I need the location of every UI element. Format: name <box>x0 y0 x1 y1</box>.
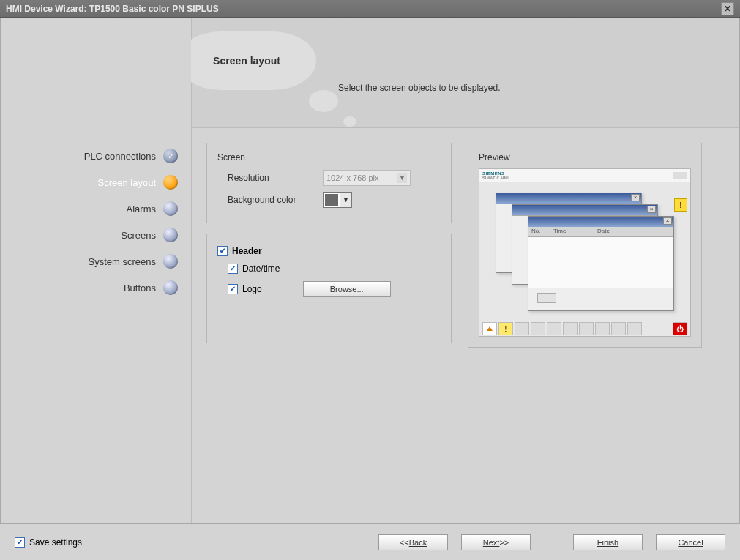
background-color-picker[interactable]: ▼ <box>323 192 352 208</box>
color-swatch <box>324 193 340 207</box>
step-screens[interactable]: Screens <box>1 222 191 248</box>
browse-label: Browse... <box>330 285 364 294</box>
footer-slot <box>515 322 529 335</box>
wizard-window: HMI Device Wizard: TP1500 Basic color PN… <box>0 0 740 560</box>
col-time: Time <box>550 227 594 236</box>
step-screen-layout[interactable]: Screen layout <box>1 169 191 195</box>
header-group-title: Header <box>232 246 262 256</box>
close-icon: × <box>631 194 640 201</box>
resolution-value: 1024 x 768 pix <box>326 173 379 182</box>
chevron-down-icon: ▼ <box>340 193 351 207</box>
dot-icon <box>163 254 178 269</box>
datetime-checkbox[interactable]: ✔ <box>228 264 238 274</box>
header-group: ✔ Header ✔ Date/time ✔ Logo <box>206 234 452 343</box>
preview-table-body <box>528 237 673 288</box>
screen-group: Screen Resolution 1024 x 768 pix ▼ Backg… <box>206 143 452 223</box>
finish-label: Finish <box>597 538 618 547</box>
cancel-button[interactable]: Cancel <box>656 534 725 550</box>
preview-header-slot <box>673 172 687 179</box>
subbrand-label: SIMATIC HMI <box>482 176 509 180</box>
header-checkbox-row: ✔ Header <box>217 246 441 256</box>
bubble-title: Screen layout <box>213 55 280 67</box>
col-no: No. <box>528 227 550 236</box>
preview-table-button <box>537 293 556 303</box>
preview-table-header: No. Time Date <box>528 227 673 237</box>
wizard-body: Screen layout Select the screen objects … <box>0 18 740 523</box>
step-label: Alarms <box>127 204 156 214</box>
preview-footer: ! ⏻ <box>479 321 690 336</box>
background-row: Background color ▼ <box>228 192 441 208</box>
logo-checkbox-row: ✔ Logo Browse... <box>228 281 441 297</box>
preview-window-3: × No. Time Date <box>528 216 674 311</box>
warning-icon: ! <box>498 322 513 335</box>
cancel-label: Cancel <box>678 538 703 547</box>
check-icon: ✓ <box>163 149 178 163</box>
warning-icon: ! <box>674 198 687 212</box>
dot-icon <box>163 175 178 190</box>
step-buttons[interactable]: Buttons <box>1 275 191 301</box>
step-label: System screens <box>89 256 156 267</box>
logo-label: Logo <box>242 284 262 294</box>
browse-button[interactable]: Browse... <box>303 281 391 297</box>
datetime-label: Date/time <box>242 264 280 274</box>
step-label: Screens <box>121 230 156 241</box>
wizard-header: Screen layout Select the screen objects … <box>191 18 739 128</box>
dot-icon <box>163 228 178 242</box>
step-label: PLC connections <box>84 151 156 162</box>
dot-icon <box>163 280 178 295</box>
back-button[interactable]: << Back <box>378 534 448 550</box>
resolution-row: Resolution 1024 x 768 pix ▼ <box>228 170 441 186</box>
header-checkbox[interactable]: ✔ <box>217 246 228 256</box>
window-title: HMI Device Wizard: TP1500 Basic color PN… <box>6 4 219 14</box>
close-icon: × <box>663 217 672 225</box>
preview-title: Preview <box>479 152 691 163</box>
chevron-down-icon: ▼ <box>397 173 407 183</box>
resolution-select: 1024 x 768 pix ▼ <box>323 170 411 186</box>
back-label: Back <box>409 538 427 547</box>
step-plc-connections[interactable]: PLC connections ✓ <box>1 143 191 169</box>
save-settings-row: ✔ Save settings <box>15 537 82 548</box>
titlebar: HMI Device Wizard: TP1500 Basic color PN… <box>0 0 740 18</box>
footer-slot <box>531 322 545 335</box>
step-system-screens[interactable]: System screens <box>1 248 191 275</box>
next-label: Next <box>483 538 500 547</box>
next-button[interactable]: Next >> <box>461 534 531 550</box>
footer-slot <box>595 322 610 335</box>
wizard-content: Screen Resolution 1024 x 768 pix ▼ Backg… <box>191 128 739 523</box>
header-description: Select the screen objects to be displaye… <box>338 83 500 93</box>
col-date: Date <box>594 227 673 236</box>
background-label: Background color <box>228 195 323 205</box>
resolution-label: Resolution <box>228 173 323 183</box>
wizard-steps: PLC connections ✓ Screen layout Alarms S… <box>1 18 191 523</box>
footer-slot <box>579 322 594 335</box>
finish-button[interactable]: Finish <box>573 534 643 550</box>
step-label: Screen layout <box>98 177 157 188</box>
speech-bubble: Screen layout <box>177 31 316 90</box>
datetime-checkbox-row: ✔ Date/time <box>228 264 441 274</box>
preview-topbar: SIEMENS SIMATIC HMI <box>479 169 690 182</box>
footer-slot <box>611 322 626 335</box>
home-icon <box>482 322 497 335</box>
footer-slot <box>627 322 642 335</box>
step-label: Buttons <box>124 283 156 294</box>
screen-group-title: Screen <box>217 152 441 163</box>
logo-checkbox[interactable]: ✔ <box>228 284 238 294</box>
wizard-footer: ✔ Save settings << Back Next >> Finish C… <box>0 523 740 560</box>
preview-frame: SIEMENS SIMATIC HMI ! × × <box>479 168 691 337</box>
preview-body: ! × × × No. Time <box>479 182 690 321</box>
dot-icon <box>163 201 178 216</box>
save-settings-label: Save settings <box>29 537 82 548</box>
save-settings-checkbox[interactable]: ✔ <box>15 537 25 548</box>
close-icon[interactable]: ✕ <box>721 2 734 15</box>
power-icon: ⏻ <box>673 322 687 335</box>
step-alarms[interactable]: Alarms <box>1 195 191 222</box>
close-icon: × <box>647 206 656 213</box>
footer-slot <box>563 322 578 335</box>
preview-group: Preview SIEMENS SIMATIC HMI ! <box>468 143 702 348</box>
footer-slot <box>547 322 561 335</box>
